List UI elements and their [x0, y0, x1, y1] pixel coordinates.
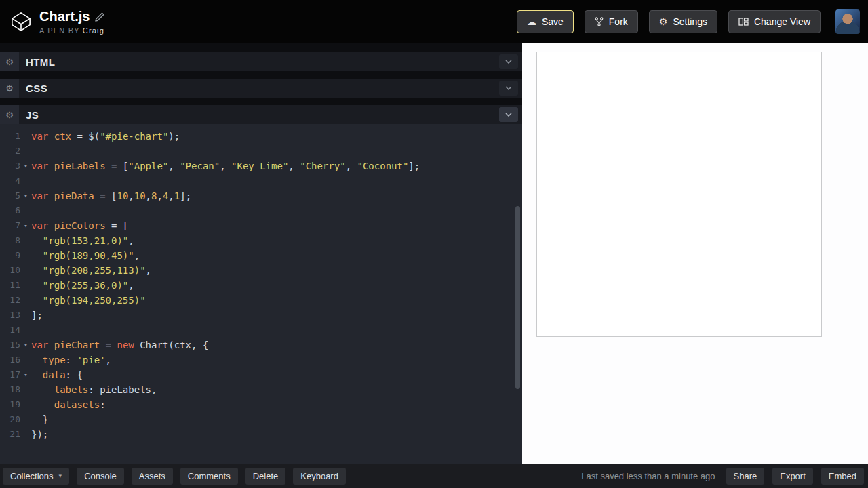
- fold-chevron-icon[interactable]: ▾: [20, 188, 31, 203]
- fold-spacer: [20, 233, 31, 248]
- fold-spacer: [20, 278, 31, 293]
- fork-button[interactable]: Fork: [585, 10, 638, 33]
- code-line[interactable]: 2: [0, 144, 522, 159]
- fold-spacer: [20, 248, 31, 263]
- code-line[interactable]: 12 "rgb(194,250,255)": [0, 293, 522, 308]
- code-line[interactable]: 9 "rgb(189,90,45)",: [0, 248, 522, 263]
- code-text: }: [31, 412, 522, 427]
- line-number: 10: [0, 263, 20, 278]
- code-text: var pieColors = [: [31, 218, 522, 233]
- fold-spacer: [20, 263, 31, 278]
- fold-spacer: [20, 203, 31, 218]
- code-text: [31, 144, 522, 159]
- settings-button[interactable]: ⚙ Settings: [649, 10, 717, 33]
- code-line[interactable]: 13];: [0, 308, 522, 323]
- footer-bar: Collections ▾ Console Assets Comments De…: [0, 464, 868, 488]
- line-number: 9: [0, 248, 20, 263]
- line-number: 7: [0, 218, 20, 233]
- author-link[interactable]: Craig: [83, 26, 104, 35]
- fold-spacer: [20, 308, 31, 323]
- html-section-header[interactable]: ⚙ HTML: [0, 52, 522, 71]
- code-line[interactable]: 10 "rgb(208,255,113)",: [0, 263, 522, 278]
- code-text: ];: [31, 308, 522, 323]
- code-line[interactable]: 6: [0, 203, 522, 218]
- fold-chevron-icon[interactable]: ▾: [20, 338, 31, 352]
- pen-title[interactable]: Chart.js: [39, 9, 90, 24]
- html-editor-gear-icon[interactable]: ⚙: [0, 52, 19, 71]
- keyboard-button[interactable]: Keyboard: [293, 468, 346, 485]
- js-section-header[interactable]: ⚙ JS: [0, 105, 522, 124]
- code-text: type: 'pie',: [31, 352, 522, 367]
- line-number: 8: [0, 233, 20, 248]
- js-collapse-chevron-icon[interactable]: [499, 107, 518, 122]
- share-button[interactable]: Share: [726, 468, 765, 485]
- gear-icon: ⚙: [659, 17, 668, 26]
- fold-spacer: [20, 427, 31, 442]
- code-text: "rgb(153,21,0)",: [31, 233, 522, 248]
- codepen-logo-icon[interactable]: [11, 12, 31, 32]
- code-text: "rgb(255,36,0)",: [31, 278, 522, 293]
- code-line[interactable]: 19 datasets:: [0, 397, 522, 412]
- css-collapse-chevron-icon[interactable]: [499, 81, 518, 96]
- embed-button[interactable]: Embed: [821, 468, 864, 485]
- code-line[interactable]: 20 }: [0, 412, 522, 427]
- code-text: });: [31, 427, 522, 442]
- fold-chevron-icon[interactable]: ▾: [20, 367, 31, 382]
- css-editor-gear-icon[interactable]: ⚙: [0, 79, 19, 98]
- top-header: Chart.js A PEN BYCraig ☁ Save Fork: [0, 0, 868, 43]
- line-number: 2: [0, 144, 20, 159]
- js-code-editor[interactable]: 1var ctx = $("#pie-chart");23▾var pieLab…: [0, 124, 522, 464]
- line-number: 18: [0, 382, 20, 397]
- fold-spacer: [20, 323, 31, 338]
- code-text: var pieLabels = ["Apple", "Pecan", "Key …: [31, 159, 522, 174]
- html-collapse-chevron-icon[interactable]: [499, 54, 518, 69]
- editor-scrollbar-thumb[interactable]: [515, 206, 520, 389]
- code-line[interactable]: 18 labels: pieLabels,: [0, 382, 522, 397]
- line-number: 6: [0, 203, 20, 218]
- save-button[interactable]: ☁ Save: [517, 10, 574, 33]
- fold-chevron-icon[interactable]: ▾: [20, 218, 31, 233]
- code-line[interactable]: 14: [0, 323, 522, 338]
- comments-button[interactable]: Comments: [180, 468, 238, 485]
- code-line[interactable]: 21});: [0, 427, 522, 442]
- line-number: 11: [0, 278, 20, 293]
- assets-button[interactable]: Assets: [132, 468, 173, 485]
- fold-spacer: [20, 293, 31, 308]
- cloud-icon: ☁: [527, 17, 536, 26]
- byline-prefix: A PEN BY: [39, 26, 80, 35]
- line-number: 12: [0, 293, 20, 308]
- code-line[interactable]: 5▾var pieData = [10,10,8,4,1];: [0, 188, 522, 203]
- line-number: 4: [0, 174, 20, 188]
- code-line[interactable]: 3▾var pieLabels = ["Apple", "Pecan", "Ke…: [0, 159, 522, 174]
- fold-chevron-icon[interactable]: ▾: [20, 159, 31, 174]
- code-text: [31, 203, 522, 218]
- code-line[interactable]: 11 "rgb(255,36,0)",: [0, 278, 522, 293]
- collections-dropdown[interactable]: Collections ▾: [3, 468, 69, 485]
- line-number: 14: [0, 323, 20, 338]
- code-line[interactable]: 7▾var pieColors = [: [0, 218, 522, 233]
- edit-title-pencil-icon[interactable]: [95, 12, 104, 22]
- change-view-button[interactable]: Change View: [728, 10, 821, 33]
- line-number: 21: [0, 427, 20, 442]
- delete-button[interactable]: Delete: [245, 468, 286, 485]
- html-section-label: HTML: [26, 56, 55, 68]
- user-avatar[interactable]: [835, 9, 860, 34]
- code-text: datasets:: [31, 397, 522, 412]
- code-text: "rgb(208,255,113)",: [31, 263, 522, 278]
- line-number: 15: [0, 338, 20, 352]
- css-section-header[interactable]: ⚙ CSS: [0, 79, 522, 98]
- console-button[interactable]: Console: [77, 468, 124, 485]
- code-line[interactable]: 17▾ data: {: [0, 367, 522, 382]
- code-line[interactable]: 4: [0, 174, 522, 188]
- js-editor-gear-icon[interactable]: ⚙: [0, 105, 19, 124]
- code-line[interactable]: 8 "rgb(153,21,0)",: [0, 233, 522, 248]
- code-line[interactable]: 15▾var pieChart = new Chart(ctx, {: [0, 338, 522, 352]
- chart-canvas-area: [536, 52, 822, 337]
- fold-spacer: [20, 129, 31, 144]
- export-button[interactable]: Export: [772, 468, 813, 485]
- code-line[interactable]: 16 type: 'pie',: [0, 352, 522, 367]
- fork-icon: [595, 17, 604, 26]
- fold-spacer: [20, 174, 31, 188]
- code-line[interactable]: 1var ctx = $("#pie-chart");: [0, 129, 522, 144]
- fold-spacer: [20, 397, 31, 412]
